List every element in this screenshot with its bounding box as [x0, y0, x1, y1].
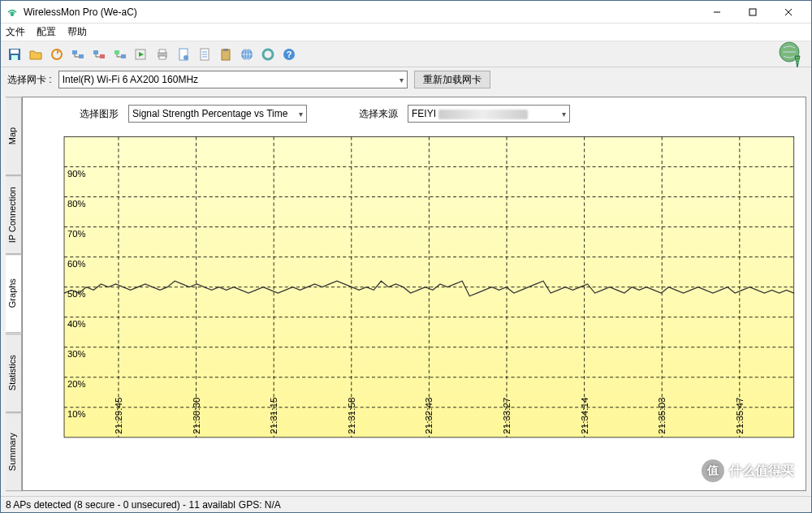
- svg-point-20: [184, 55, 188, 60]
- svg-rect-6: [11, 50, 19, 54]
- tab-statistics[interactable]: Statistics: [6, 334, 22, 412]
- menu-config[interactable]: 配置: [37, 25, 56, 39]
- chevron-down-icon: ▾: [400, 75, 404, 84]
- net3-icon[interactable]: [111, 45, 129, 63]
- status-bar: 8 APs detected (8 secure - 0 unsecured) …: [1, 496, 811, 512]
- svg-text:21:31:58: 21:31:58: [347, 398, 356, 434]
- net1-icon[interactable]: [69, 45, 87, 63]
- svg-text:?: ?: [287, 50, 292, 59]
- select-source-label: 选择来源: [359, 107, 398, 121]
- chevron-down-icon: ▾: [562, 110, 566, 119]
- svg-text:21:30:30: 21:30:30: [192, 398, 201, 434]
- menu-file[interactable]: 文件: [6, 25, 25, 39]
- doc2-icon[interactable]: [196, 45, 214, 63]
- tab-summary[interactable]: Summary: [6, 412, 22, 491]
- svg-rect-9: [72, 50, 77, 54]
- adapter-select-value: Intel(R) Wi-Fi 6 AX200 160MHz: [63, 74, 198, 85]
- select-graph-label: 选择图形: [80, 107, 119, 121]
- main-area: Summary Statistics Graphs IP Connection …: [1, 92, 811, 496]
- svg-text:21:33:27: 21:33:27: [502, 398, 512, 434]
- folder-icon[interactable]: [27, 45, 45, 63]
- menu-bar: 文件 配置 帮助: [1, 24, 811, 41]
- svg-text:90%: 90%: [67, 169, 85, 179]
- svg-text:70%: 70%: [67, 229, 85, 239]
- app-icon: [6, 6, 19, 19]
- svg-rect-7: [11, 55, 18, 60]
- save-icon[interactable]: [6, 45, 24, 63]
- svg-text:40%: 40%: [67, 319, 85, 329]
- clipboard-icon[interactable]: [217, 45, 235, 63]
- doc1-icon[interactable]: [175, 45, 192, 63]
- signal-chart: 10%20%30%40%50%60%70%80%90%21:29:4521:30…: [24, 130, 804, 489]
- svg-rect-11: [93, 50, 98, 54]
- window-controls: [699, 1, 806, 24]
- svg-point-26: [263, 50, 273, 59]
- select-graph-dropdown[interactable]: Signal Strength Percentage vs Time ▾: [128, 105, 307, 123]
- svg-text:30%: 30%: [67, 349, 85, 359]
- chevron-down-icon: ▾: [299, 110, 303, 119]
- status-aps: 8 APs detected (8 secure - 0 unsecured) …: [6, 499, 235, 511]
- svg-rect-12: [100, 54, 105, 58]
- svg-text:21:31:15: 21:31:15: [269, 398, 279, 434]
- svg-text:80%: 80%: [67, 199, 85, 209]
- svg-text:21:32:43: 21:32:43: [425, 398, 434, 434]
- menu-help[interactable]: 帮助: [67, 25, 87, 39]
- app-window: WirelessMon Pro (We-aC) 文件 配置 帮助 ?: [0, 0, 812, 513]
- graph-panel: 选择图形 Signal Strength Percentage vs Time …: [22, 97, 806, 491]
- svg-rect-17: [159, 50, 166, 53]
- adapter-row: 选择网卡 : Intel(R) Wi-Fi 6 AX200 160MHz ▾ 重…: [1, 67, 811, 92]
- tab-map[interactable]: Map: [6, 97, 22, 175]
- play-icon[interactable]: [132, 45, 150, 63]
- print-icon[interactable]: [153, 45, 171, 63]
- window-title: WirelessMon Pro (We-aC): [24, 6, 699, 18]
- toolbar: ?: [1, 41, 811, 67]
- graph-controls: 选择图形 Signal Strength Percentage vs Time …: [23, 97, 806, 130]
- svg-point-0: [11, 13, 14, 16]
- svg-text:60%: 60%: [67, 259, 85, 269]
- title-bar: WirelessMon Pro (We-aC): [1, 1, 811, 24]
- minimize-button[interactable]: [699, 1, 735, 24]
- svg-text:21:35:03: 21:35:03: [657, 398, 667, 434]
- adapter-select[interactable]: Intel(R) Wi-Fi 6 AX200 160MHz ▾: [58, 71, 408, 88]
- svg-rect-2: [749, 9, 756, 15]
- svg-text:20%: 20%: [67, 379, 85, 389]
- svg-rect-10: [79, 54, 84, 58]
- status-gps: GPS: N/A: [239, 499, 281, 511]
- svg-rect-23: [223, 49, 228, 51]
- vertical-tabs: Summary Statistics Graphs IP Connection …: [6, 97, 22, 491]
- svg-text:21:34:14: 21:34:14: [580, 398, 590, 434]
- globe-small-icon[interactable]: [238, 45, 256, 63]
- tab-ipconnection[interactable]: IP Connection: [6, 175, 22, 254]
- svg-text:21:29:45: 21:29:45: [114, 398, 123, 434]
- reload-adapter-button[interactable]: 重新加载网卡: [414, 71, 490, 88]
- refresh-icon[interactable]: [48, 45, 66, 63]
- svg-text:10%: 10%: [67, 409, 85, 419]
- ring-icon[interactable]: [259, 45, 277, 63]
- svg-rect-13: [114, 50, 119, 54]
- net2-icon[interactable]: [90, 45, 108, 63]
- close-button[interactable]: [771, 1, 806, 24]
- svg-text:21:35:47: 21:35:47: [735, 398, 745, 434]
- select-source-dropdown[interactable]: FEIYI ▾: [408, 105, 570, 123]
- adapter-label: 选择网卡 :: [7, 73, 52, 87]
- help-icon[interactable]: ?: [280, 45, 298, 63]
- svg-rect-14: [121, 54, 126, 58]
- maximize-button[interactable]: [735, 1, 771, 24]
- tab-graphs[interactable]: Graphs: [6, 254, 22, 333]
- chart-area: 10%20%30%40%50%60%70%80%90%21:29:4521:30…: [24, 130, 804, 489]
- globe-logo-icon: [777, 40, 806, 69]
- svg-rect-18: [159, 56, 166, 59]
